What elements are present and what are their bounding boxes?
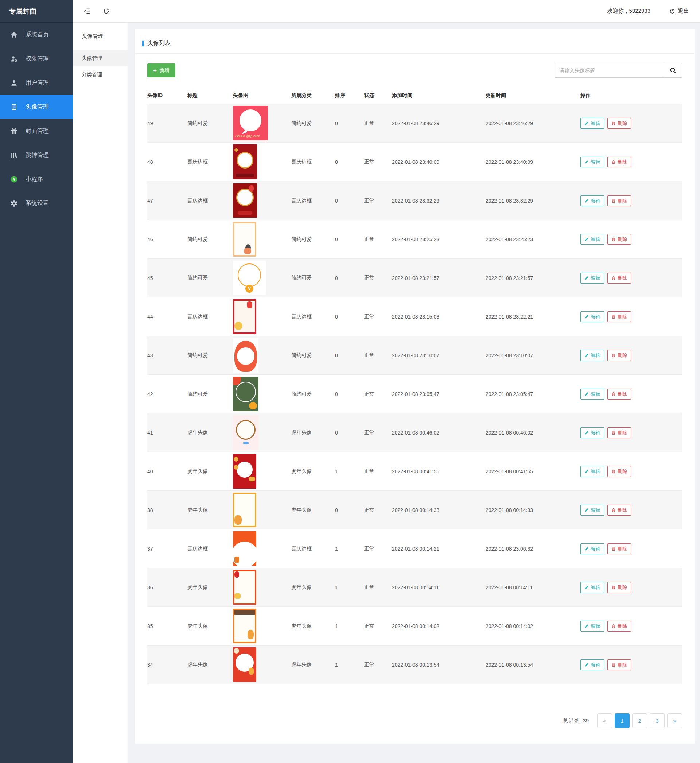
pencil-icon [584,160,589,164]
delete-button[interactable]: 删除 [608,118,631,129]
cell-added-time: 2022-01-08 00:14:33 [392,507,486,513]
sidebar-item-permission[interactable]: 权限管理 [0,47,73,71]
cell-status: 正常 [364,275,392,281]
submenu-item-avatar-manage[interactable]: 头像管理 [73,50,128,66]
delete-button[interactable]: 删除 [608,273,631,284]
submenu-title[interactable]: 头像管理 [73,23,128,50]
delete-button[interactable]: 删除 [608,660,631,670]
trash-icon [611,160,616,164]
edit-button[interactable]: 编辑 [580,273,604,284]
table-row: 45 简约可爱 V 简约可爱 0 正常 2022-01-08 23:21:57 … [147,259,682,298]
pagination-prev[interactable]: « [597,713,612,728]
logout-button[interactable]: 退出 [669,8,689,15]
edit-button[interactable]: 编辑 [580,660,604,670]
app-window: 专属封面 系统首页权限管理用户管理头像管理封面管理跳转管理小程序系统设置 欢迎你… [0,0,700,763]
delete-button[interactable]: 删除 [608,582,631,593]
cell-avatar-image [233,144,291,179]
edit-button[interactable]: 编辑 [580,427,604,438]
power-icon [669,8,675,14]
delete-button[interactable]: 删除 [608,389,631,400]
table-row: 35 虎年头像 虎年头像 1 正常 2022-01-08 00:14:02 20… [147,607,682,645]
pagination-page-1[interactable]: 1 [615,713,630,728]
edit-button[interactable]: 编辑 [580,466,604,477]
avatar-thumbnail: HELLO 你好, 2022 [233,106,268,141]
edit-button[interactable]: 编辑 [580,157,604,168]
avatar-thumbnail [233,377,258,411]
collapse-menu-icon[interactable] [84,8,90,14]
cell-status: 正常 [364,661,392,668]
edit-button[interactable]: 编辑 [580,118,604,129]
logout-label: 退出 [678,8,689,15]
miniprogram-icon [10,175,17,183]
refresh-icon[interactable] [103,8,109,14]
delete-button[interactable]: 删除 [608,157,631,168]
sidebar-item-jump[interactable]: 跳转管理 [0,143,73,167]
pagination-page-2[interactable]: 2 [632,713,647,728]
column-header: 头像图 [233,92,291,99]
edit-button[interactable]: 编辑 [580,311,604,322]
cell-operations: 编辑 删除 [580,621,682,631]
cell-avatar-image [233,609,291,643]
delete-button[interactable]: 删除 [608,427,631,438]
delete-button[interactable]: 删除 [608,466,631,477]
delete-button[interactable]: 删除 [608,504,631,515]
delete-button[interactable]: 删除 [608,543,631,554]
delete-button[interactable]: 删除 [608,195,631,206]
add-button[interactable]: + 新增 [147,64,175,77]
cell-title: 喜庆边框 [188,313,233,320]
cell-updated-time: 2022-01-08 23:22:21 [486,314,580,320]
sidebar-item-cover[interactable]: 封面管理 [0,119,73,143]
avatar-thumbnail [233,609,256,643]
cell-status: 正常 [364,507,392,514]
cell-operations: 编辑 删除 [580,311,682,322]
search-button[interactable] [664,63,682,78]
cell-operations: 编辑 删除 [580,234,682,245]
table-row: 34 虎年头像 虎年头像 1 正常 2022-01-08 00:13:54 20… [147,645,682,684]
column-header: 添加时间 [392,92,486,99]
cell-category: 喜庆边框 [291,313,335,320]
cell-title: 简约可爱 [188,120,233,127]
edit-button[interactable]: 编辑 [580,195,604,206]
avatar-thumbnail [233,647,256,682]
total-records-value: 39 [583,718,589,724]
sidebar-item-user[interactable]: 用户管理 [0,71,73,95]
sidebar-item-home[interactable]: 系统首页 [0,23,73,47]
delete-button[interactable]: 删除 [608,350,631,361]
table-body: 49 简约可爱 HELLO 你好, 2022 简约可爱 0 正常 2022-01… [147,104,682,684]
cell-category: 简约可爱 [291,236,335,243]
edit-button[interactable]: 编辑 [580,543,604,554]
sidebar-item-settings[interactable]: 系统设置 [0,191,73,215]
edit-button[interactable]: 编辑 [580,504,604,515]
edit-button[interactable]: 编辑 [580,389,604,400]
cell-sort: 0 [335,507,364,513]
edit-button[interactable]: 编辑 [580,234,604,245]
column-header: 排序 [335,92,364,99]
sidebar-item-miniapp[interactable]: 小程序 [0,167,73,191]
books-icon [10,152,17,159]
delete-button[interactable]: 删除 [608,621,631,631]
cell-category: 简约可爱 [291,352,335,359]
cell-operations: 编辑 删除 [580,427,682,438]
submenu-item-category-manage[interactable]: 分类管理 [73,66,128,83]
edit-button[interactable]: 编辑 [580,350,604,361]
table-row: 47 喜庆边框 喜庆边框 0 正常 2022-01-08 23:32:29 20… [147,181,682,220]
cell-avatar-id: 40 [147,468,188,475]
edit-button[interactable]: 编辑 [580,582,604,593]
cell-avatar-image [233,570,291,605]
cell-avatar-image [233,531,291,566]
cell-avatar-id: 38 [147,507,188,513]
delete-button[interactable]: 删除 [608,234,631,245]
search-input[interactable] [555,63,664,78]
cell-status: 正常 [364,197,392,204]
pagination-next[interactable]: » [667,713,682,728]
cell-added-time: 2022-01-08 23:32:29 [392,198,486,204]
cell-updated-time: 2022-01-08 23:05:47 [486,391,580,397]
sidebar-item-label: 小程序 [25,175,43,183]
cell-added-time: 2022-01-08 23:25:23 [392,237,486,242]
cell-avatar-image [233,415,291,450]
sidebar-item-avatar[interactable]: 头像管理 [0,95,73,119]
pagination-page-3[interactable]: 3 [650,713,665,728]
edit-button[interactable]: 编辑 [580,621,604,631]
pagination-pages: 123 [615,713,665,728]
delete-button[interactable]: 删除 [608,311,631,322]
